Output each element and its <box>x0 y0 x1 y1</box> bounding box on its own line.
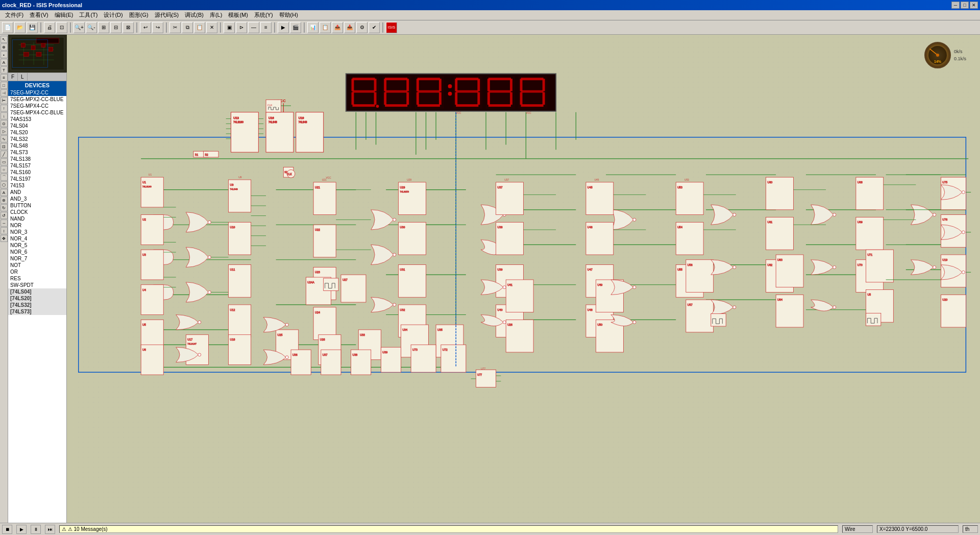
device-res[interactable]: RES <box>8 275 66 282</box>
device-and[interactable]: AND <box>8 189 66 196</box>
device-74as153[interactable]: 74AS153 <box>8 116 66 123</box>
2d-path[interactable]: ⬡ <box>1 181 8 188</box>
device-nor5[interactable]: NOR_5 <box>8 242 66 249</box>
2d-circle[interactable]: ○ <box>1 166 8 173</box>
menu-design[interactable]: 设计(D) <box>101 10 126 20</box>
paste-button[interactable]: 📋 <box>194 22 205 33</box>
device-74ls04-cat[interactable]: [74LS04] <box>8 288 66 295</box>
device-7seg-mpx2-cc-blue[interactable]: 7SEG-MPX2-CC-BLUE <box>8 96 66 103</box>
open-button[interactable]: 📂 <box>14 22 26 33</box>
window-controls[interactable]: ─ □ ✕ <box>951 2 978 9</box>
device-74ls73-cat[interactable]: [74LS73] <box>8 308 66 315</box>
device-or[interactable]: OR <box>8 269 66 275</box>
zoom-in-button[interactable]: 🔍+ <box>74 22 85 33</box>
play-button[interactable]: ▶ <box>16 525 27 534</box>
menu-help[interactable]: 帮助(H) <box>276 10 301 20</box>
device-7seg-mpx4-cc-blue[interactable]: 7SEG-MPX4-CC-BLUE <box>8 109 66 116</box>
device-74ls32[interactable]: 74LS32 <box>8 136 66 142</box>
2d-box[interactable]: ▭ <box>1 158 8 165</box>
play-stop-button[interactable]: ⏹ <box>2 525 12 534</box>
device-nor[interactable]: NOR <box>8 222 66 229</box>
device-nor3[interactable]: NOR_3 <box>8 229 66 235</box>
wire-label-tool[interactable]: A <box>1 59 8 66</box>
device-74ls32-cat[interactable]: [74LS32] <box>8 302 66 308</box>
device-7seg-mpx2-cc[interactable]: 7SEG-MPX2-CC <box>8 89 66 96</box>
menu-library[interactable]: 库(L) <box>207 10 225 20</box>
maximize-button[interactable]: □ <box>961 2 969 9</box>
simulate-button[interactable]: ▶ <box>278 22 289 33</box>
copy-button[interactable]: ⧉ <box>182 22 193 33</box>
bom-button[interactable]: 📋 <box>320 22 331 33</box>
device-74153[interactable]: 74153 <box>8 182 66 189</box>
port-tool[interactable]: ⊢ <box>1 97 8 104</box>
flip-v[interactable]: ↕ <box>1 227 8 234</box>
subcircuit-tool[interactable]: □ <box>1 82 8 89</box>
junction-tool[interactable]: • <box>1 51 8 58</box>
menu-tools[interactable]: 工具(T) <box>76 10 101 20</box>
device-nand[interactable]: NAND <box>8 215 66 222</box>
device-74ls138[interactable]: 74LS138 <box>8 156 66 162</box>
tab-f[interactable]: F <box>8 73 18 81</box>
device-not[interactable]: NOT <box>8 262 66 269</box>
zoom-out-button[interactable]: 🔍- <box>86 22 97 33</box>
menu-template[interactable]: 模板(M) <box>225 10 251 20</box>
device-button[interactable]: BUTTON <box>8 202 66 209</box>
menu-graph[interactable]: 图形(G) <box>126 10 152 20</box>
redo-button[interactable]: ↪ <box>152 22 163 33</box>
measure-tool[interactable]: ⊡ <box>1 143 8 150</box>
devices-list[interactable]: 7SEG-MPX2-CC 7SEG-MPX2-CC-BLUE 7SEG-MPX4… <box>8 89 66 523</box>
print-preview[interactable]: ⊡ <box>56 22 67 33</box>
device-nor7[interactable]: NOR_7 <box>8 255 66 262</box>
zoom-area[interactable]: ⊟ <box>110 22 121 33</box>
device-74ls73[interactable]: 74LS73 <box>8 149 66 156</box>
device-74ls160[interactable]: 74LS160 <box>8 169 66 176</box>
device-74ls48[interactable]: 74LS48 <box>8 142 66 149</box>
minimize-button[interactable]: ─ <box>951 2 960 9</box>
tab-l[interactable]: L <box>18 73 28 81</box>
props-button[interactable]: ⚙ <box>356 22 368 33</box>
animate-button[interactable]: 🎬 <box>290 22 301 33</box>
generator-tool[interactable]: ∿ <box>1 135 8 142</box>
device-74ls197[interactable]: 74LS197 <box>8 176 66 182</box>
minimap[interactable] <box>8 35 67 73</box>
step-button[interactable]: ⏭ <box>45 525 55 534</box>
new-button[interactable]: 📄 <box>2 22 13 33</box>
close-button[interactable]: ✕ <box>970 2 978 9</box>
select-tool[interactable]: ↖ <box>1 36 8 43</box>
save-button[interactable]: 💾 <box>27 22 38 33</box>
cut-button[interactable]: ✂ <box>169 22 181 33</box>
move-tool[interactable]: ✥ <box>1 235 8 242</box>
zoom-fit[interactable]: ⊞ <box>98 22 109 33</box>
menu-edit[interactable]: 编辑(E) <box>52 10 77 20</box>
bus-tool[interactable]: ≡ <box>1 74 8 81</box>
text-tool[interactable]: T <box>1 66 8 74</box>
undo-button[interactable]: ↩ <box>140 22 151 33</box>
menu-system[interactable]: 系统(Y) <box>251 10 276 20</box>
menu-view[interactable]: 查看(V) <box>27 10 52 20</box>
ground-tool[interactable]: ↓ <box>1 112 8 119</box>
power-tool[interactable]: ↑ <box>1 105 8 112</box>
schematic-area[interactable]: U13 74LS160 U16 74LS48 <box>67 35 980 523</box>
tape-tool[interactable]: ▷ <box>1 128 8 135</box>
device-74ls157[interactable]: 74LS157 <box>8 162 66 169</box>
component-tool[interactable]: ⊕ <box>1 43 8 51</box>
device-clock[interactable]: CLOCK <box>8 209 66 215</box>
device-and3[interactable]: AND_3 <box>8 196 66 202</box>
device-7seg-mpx4-cc[interactable]: 7SEG-MPX4-CC <box>8 103 66 109</box>
export-button[interactable]: 📤 <box>332 22 343 33</box>
menu-file[interactable]: 文件(F) <box>2 10 27 20</box>
terminal-tool[interactable]: ⊣ <box>1 89 8 96</box>
2d-line[interactable]: ╱ <box>1 151 8 158</box>
flip-h[interactable]: ↔ <box>1 220 8 227</box>
netlist-button[interactable]: 📊 <box>307 22 318 33</box>
2d-symbol[interactable]: ⊛ <box>1 197 8 204</box>
import-button[interactable]: 📥 <box>344 22 355 33</box>
bus-button[interactable]: ≡ <box>260 22 272 33</box>
zoom-100[interactable]: ⊠ <box>122 22 134 33</box>
device-sw-spdt[interactable]: SW-SPDT <box>8 282 66 288</box>
rotate-ccw[interactable]: ↺ <box>1 212 8 219</box>
drc-button[interactable]: ✔ <box>369 22 380 33</box>
2d-text[interactable]: A <box>1 189 8 196</box>
probe-tool[interactable]: ⊙ <box>1 120 8 127</box>
print-button[interactable]: 🖨 <box>44 22 55 33</box>
